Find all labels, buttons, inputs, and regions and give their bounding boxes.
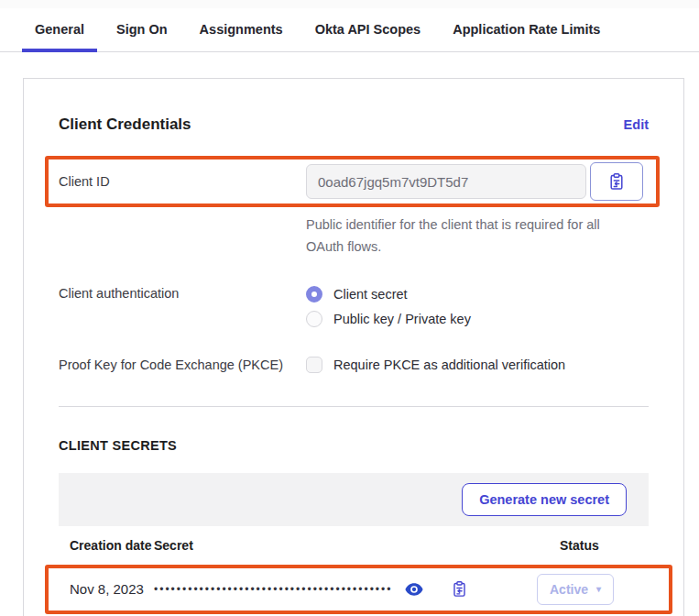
radio-selected-icon[interactable]	[306, 286, 322, 302]
chevron-down-icon: ▾	[596, 584, 601, 594]
client-id-row: Client ID	[59, 162, 649, 201]
checkbox-unchecked-icon[interactable]	[306, 357, 322, 373]
tab-sign-on[interactable]: Sign On	[116, 9, 168, 51]
masked-secret-value: ••••••••••••••••••••••••••••••••••••••••…	[154, 584, 392, 595]
header-creation-date: Creation date	[70, 538, 154, 553]
radio-client-secret-label: Client secret	[333, 287, 408, 302]
tab-general-label: General	[35, 22, 84, 37]
copy-secret-button[interactable]	[449, 578, 470, 600]
radio-public-private-key-label: Public key / Private key	[333, 312, 471, 326]
page-top-strip	[0, 0, 699, 8]
secret-status-cell: Active ▾	[537, 574, 638, 605]
radio-unselected-icon[interactable]	[306, 311, 322, 327]
secret-row-highlight-box: Nov 8, 2023 ••••••••••••••••••••••••••••…	[45, 565, 672, 614]
reveal-secret-button[interactable]	[403, 581, 425, 598]
tab-application-rate-limits[interactable]: Application Rate Limits	[453, 9, 600, 51]
clipboard-copy-icon	[607, 172, 626, 192]
radio-client-secret[interactable]: Client secret	[306, 286, 471, 302]
tab-okta-api-scopes[interactable]: Okta API Scopes	[315, 9, 421, 51]
client-id-highlight-box: Client ID	[45, 156, 660, 207]
secret-creation-date: Nov 8, 2023	[70, 581, 154, 597]
pkce-label: Proof Key for Code Exchange (PKCE)	[59, 358, 306, 372]
header-secret: Secret	[154, 538, 537, 553]
copy-client-id-button[interactable]	[590, 162, 643, 201]
edit-link[interactable]: Edit	[624, 117, 649, 132]
pkce-checkbox-label: Require PKCE as additional verification	[333, 358, 565, 372]
status-active-label: Active	[550, 582, 588, 597]
client-secrets-title: CLIENT SECRETS	[59, 438, 649, 453]
secrets-table-header: Creation date Secret Status	[59, 526, 649, 565]
client-credentials-title: Client Credentials	[59, 116, 191, 134]
tab-sign-on-label: Sign On	[116, 22, 168, 37]
tab-application-rate-limits-label: Application Rate Limits	[453, 22, 600, 37]
status-active-dropdown[interactable]: Active ▾	[537, 574, 614, 605]
active-tab-underline	[22, 49, 97, 52]
client-credentials-card: Client Credentials Edit Client ID	[23, 78, 684, 616]
generate-new-secret-button[interactable]: Generate new secret	[462, 483, 627, 516]
client-credentials-header: Client Credentials Edit	[59, 116, 649, 134]
client-authentication-options: Client secret Public key / Private key	[306, 286, 471, 327]
header-status: Status	[537, 538, 638, 553]
radio-public-private-key[interactable]: Public key / Private key	[306, 311, 471, 327]
client-secrets-toolbar: Generate new secret	[59, 473, 649, 526]
tab-okta-api-scopes-label: Okta API Scopes	[315, 22, 421, 37]
client-id-label: Client ID	[59, 174, 306, 189]
secret-table-row: Nov 8, 2023 ••••••••••••••••••••••••••••…	[59, 569, 649, 610]
tab-bar: General Sign On Assignments Okta API Sco…	[0, 8, 699, 52]
section-divider	[59, 406, 649, 407]
pkce-row: Proof Key for Code Exchange (PKCE) Requi…	[59, 357, 649, 373]
client-id-field-group	[306, 162, 649, 201]
tab-general[interactable]: General	[35, 9, 84, 51]
pkce-checkbox-option[interactable]: Require PKCE as additional verification	[306, 357, 565, 373]
tab-assignments-label: Assignments	[200, 22, 283, 37]
client-authentication-row: Client authentication Client secret Publ…	[59, 286, 649, 327]
eye-icon	[405, 583, 423, 596]
client-authentication-label: Client authentication	[59, 286, 306, 301]
secret-cell: ••••••••••••••••••••••••••••••••••••••••…	[154, 578, 537, 600]
client-id-input[interactable]	[306, 164, 586, 199]
clipboard-copy-icon	[451, 580, 468, 599]
tab-assignments[interactable]: Assignments	[200, 9, 283, 51]
client-id-help-text: Public identifier for the client that is…	[306, 214, 628, 258]
